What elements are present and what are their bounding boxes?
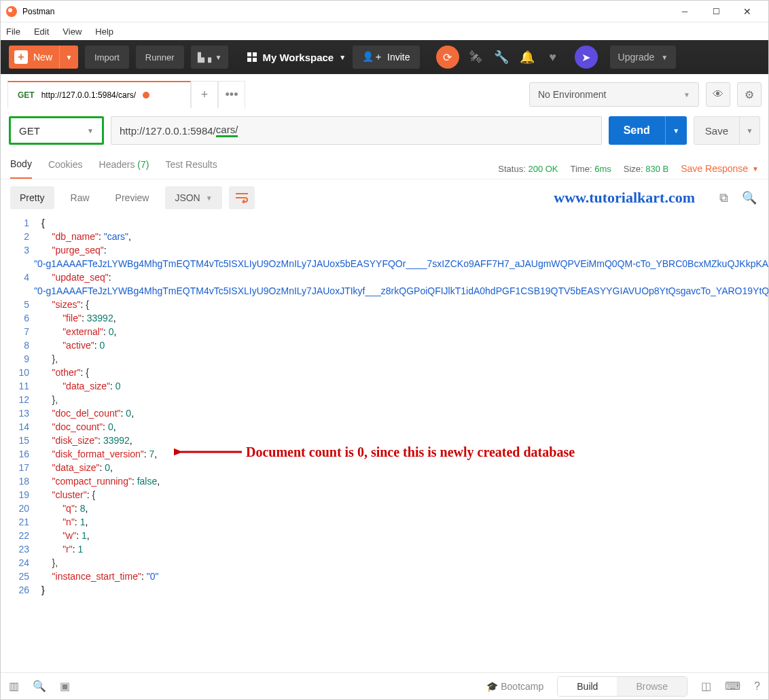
code-line: 10 "other": {: [1, 366, 759, 379]
tab-cookies[interactable]: Cookies: [48, 159, 83, 178]
seg-build[interactable]: Build: [558, 677, 617, 696]
tab-test-results[interactable]: Test Results: [165, 159, 217, 178]
tab-body[interactable]: Body: [10, 158, 32, 179]
tab-url: http://127.0.0.1:5984/cars/: [41, 90, 136, 100]
rocket-button[interactable]: ➤: [575, 46, 598, 69]
maximize-button[interactable]: ☐: [700, 1, 732, 22]
seg-browse[interactable]: Browse: [617, 677, 687, 696]
environment-settings-button[interactable]: ⚙: [737, 82, 762, 107]
viewer-pretty[interactable]: Pretty: [10, 186, 54, 209]
invite-button[interactable]: 👤＋ Invite: [353, 46, 419, 69]
code-line: "0-g1AAAAFTeJzLYWBg4MhgTmEQTM4vTc5ISXLIy…: [1, 257, 759, 270]
status-bar: ▥ 🔍 ▣ 🎓 Bootcamp Build Browse ◫ ⌨ ?: [1, 672, 768, 699]
minimize-button[interactable]: ─: [669, 1, 700, 22]
add-tab-button[interactable]: +: [191, 81, 218, 108]
new-dropdown[interactable]: ▼: [59, 46, 78, 69]
menu-file[interactable]: File: [6, 27, 20, 37]
bootcamp-link[interactable]: 🎓 Bootcamp: [486, 681, 543, 692]
code-line: 21 "n": 1,: [1, 515, 759, 529]
new-window-button[interactable]: ▙▗ ▼: [191, 46, 229, 69]
keyboard-icon[interactable]: ⌨: [725, 680, 740, 693]
runner-button[interactable]: Runner: [136, 46, 184, 69]
window-title: Postman: [22, 7, 669, 16]
viewer-format-select[interactable]: JSON▼: [165, 186, 221, 209]
save-button[interactable]: Save ▼: [694, 116, 760, 145]
url-prefix: http://127.0.0.1:5984/: [120, 125, 216, 137]
code-line: 22 "w": 1,: [1, 529, 759, 542]
chevron-down-icon: ▼: [206, 194, 213, 202]
tab-environment-row: GET http://127.0.0.1:5984/cars/ + ••• No…: [1, 74, 768, 111]
chevron-down-icon: ▼: [661, 54, 668, 61]
status-value: 200 OK: [528, 164, 558, 174]
tab-headers[interactable]: Headers (7): [99, 159, 149, 178]
code-line: 25 "instance_start_time": "0": [1, 570, 759, 583]
new-button[interactable]: + New ▼: [9, 46, 78, 69]
response-tabs: Body Cookies Headers (7) Test Results St…: [1, 150, 768, 179]
wrench-icon[interactable]: 🔧: [492, 50, 511, 65]
menu-bar: File Edit View Help: [1, 22, 768, 40]
title-bar: Postman ─ ☐ ✕: [1, 1, 768, 22]
response-body[interactable]: 1{2 "db_name": "cars",3 "purge_seq": "0-…: [1, 216, 768, 597]
sidebar-toggle-icon[interactable]: ▥: [9, 680, 19, 693]
sync-button[interactable]: ⟳: [436, 46, 459, 69]
code-line: "0-g1AAAAFTeJzLYWBg4MhgTmEQTM4vTc5ISXLIy…: [1, 284, 759, 298]
heart-icon[interactable]: ♥: [543, 50, 562, 65]
code-line: 14 "doc_count": 0,: [1, 420, 759, 434]
bell-icon[interactable]: 🔔: [518, 50, 537, 65]
environment-select[interactable]: No Environment ▼: [529, 82, 699, 107]
time-label: Time:: [571, 164, 592, 174]
request-tab[interactable]: GET http://127.0.0.1:5984/cars/: [7, 81, 191, 108]
build-browse-toggle[interactable]: Build Browse: [557, 676, 687, 697]
code-line: 8 "active": 0: [1, 338, 759, 352]
viewer-raw[interactable]: Raw: [61, 186, 99, 209]
url-suffix: cars/: [216, 124, 238, 137]
annotation: Document count is 0, since this is newly…: [174, 443, 575, 461]
tab-more-button[interactable]: •••: [218, 81, 245, 108]
code-line: 9 },: [1, 352, 759, 366]
upgrade-button[interactable]: Upgrade ▼: [610, 46, 677, 69]
send-label: Send: [609, 116, 665, 145]
menu-view[interactable]: View: [62, 27, 82, 37]
import-button[interactable]: Import: [85, 46, 129, 69]
main-toolbar: + New ▼ Import Runner ▙▗ ▼ My Workspace …: [1, 40, 768, 74]
gear-icon: ⚙: [745, 88, 754, 101]
code-line: 24 },: [1, 556, 759, 570]
code-line: 5 "sizes": {: [1, 298, 759, 311]
find-icon[interactable]: 🔍: [33, 680, 46, 693]
close-button[interactable]: ✕: [732, 1, 763, 22]
send-dropdown[interactable]: ▼: [665, 116, 687, 145]
help-icon[interactable]: ?: [754, 680, 760, 693]
eye-icon: 👁: [713, 88, 723, 101]
workspace-selector[interactable]: My Workspace ▼: [247, 52, 346, 63]
code-line: 1{: [1, 216, 759, 230]
rocket-icon: ➤: [582, 51, 590, 64]
save-label: Save: [694, 117, 739, 144]
save-dropdown[interactable]: ▼: [739, 117, 759, 144]
code-line: 17 "data_size": 0,: [1, 461, 759, 474]
sync-icon: ⟳: [443, 51, 452, 64]
console-icon[interactable]: ▣: [60, 680, 70, 693]
wrap-lines-button[interactable]: [229, 186, 255, 209]
satellite-icon[interactable]: 🛰: [466, 50, 485, 65]
method-value: GET: [19, 125, 40, 137]
copy-button[interactable]: ⧉: [714, 191, 733, 205]
chevron-down-icon: ▼: [87, 127, 94, 135]
save-response-button[interactable]: Save Response ▼: [681, 163, 759, 174]
code-line: 18 "compact_running": false,: [1, 474, 759, 488]
search-button[interactable]: 🔍: [740, 190, 759, 205]
menu-edit[interactable]: Edit: [34, 27, 49, 37]
url-input[interactable]: http://127.0.0.1:5984/cars/: [111, 116, 602, 145]
method-select[interactable]: GET ▼: [9, 116, 104, 145]
workspace-grid-icon: [247, 52, 257, 62]
send-button[interactable]: Send ▼: [609, 116, 687, 145]
code-line: 2 "db_name": "cars",: [1, 230, 759, 243]
code-line: 23 "r": 1: [1, 542, 759, 556]
panes-icon[interactable]: ◫: [701, 680, 711, 693]
time-value: 6ms: [594, 164, 611, 174]
code-line: 3 "purge_seq":: [1, 243, 759, 257]
code-line: 12 },: [1, 393, 759, 406]
viewer-preview[interactable]: Preview: [106, 186, 159, 209]
environment-quicklook-button[interactable]: 👁: [706, 82, 730, 107]
menu-help[interactable]: Help: [95, 27, 113, 37]
environment-label: No Environment: [538, 89, 606, 100]
